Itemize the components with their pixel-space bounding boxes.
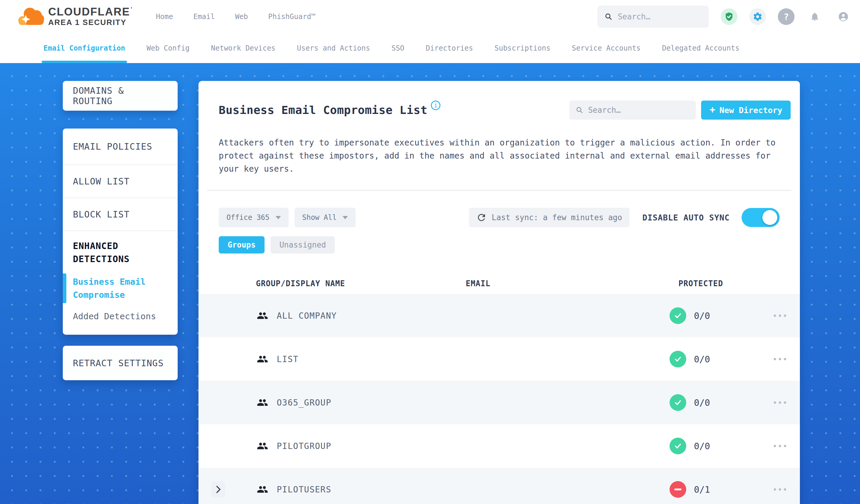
table-header: GROUP/DISPLAY NAME EMAIL PROTECTED [199, 273, 800, 294]
protected-count: 0/1 [694, 484, 710, 495]
tab-sso[interactable]: SSO [391, 33, 404, 63]
gear-icon [752, 12, 763, 22]
list-search-input[interactable] [588, 106, 689, 115]
tab-network-devices[interactable]: Network Devices [211, 33, 275, 63]
group-name: PILOTUSERS [277, 485, 331, 494]
show-filter-dropdown[interactable]: Show All [295, 208, 356, 227]
global-search-input[interactable] [618, 12, 702, 21]
divider [207, 190, 791, 191]
account-button[interactable] [835, 8, 852, 25]
notifications-button[interactable] [806, 8, 823, 25]
sidebar-item-block-list[interactable]: BLOCK LIST [63, 198, 178, 231]
tab-groups[interactable]: Groups [219, 236, 264, 254]
group-icon [256, 397, 269, 408]
table-row: LIST 0/0 [199, 337, 800, 381]
check-icon [674, 355, 682, 363]
new-directory-button[interactable]: + New Directory [701, 101, 791, 120]
top-bar: CLOUDFLARE ’ AREA 1 SECURITY Home Email … [0, 0, 860, 33]
user-icon [838, 12, 848, 22]
sidebar-item-email-policies[interactable]: EMAIL POLICIES [63, 129, 178, 164]
row-menu-button[interactable] [771, 401, 800, 404]
last-sync-text: Last sync: a few minutes ago [491, 213, 622, 222]
toggle-knob [762, 210, 777, 225]
auto-sync-toggle[interactable] [742, 208, 780, 227]
tab-web-config[interactable]: Web Config [147, 33, 190, 63]
tab-delegated-accounts[interactable]: Delegated Accounts [662, 33, 740, 63]
brand-name: CLOUDFLARE [48, 6, 130, 17]
chevron-down-icon [275, 216, 281, 219]
global-search[interactable] [598, 6, 709, 28]
cloudflare-logo: CLOUDFLARE ’ AREA 1 SECURITY [15, 5, 133, 28]
brand-trademark: ’ [131, 6, 133, 17]
search-icon [576, 106, 583, 114]
column-header-protected: PROTECTED [667, 279, 771, 288]
topnav-phishguard[interactable]: PhishGuard™ [268, 13, 315, 21]
protected-badge [670, 351, 686, 368]
protected-badge [670, 307, 686, 324]
table-row: PILOTUSERS 0/1 [199, 468, 800, 504]
plus-icon: + [710, 105, 715, 114]
column-header-name: GROUP/DISPLAY NAME [253, 279, 466, 288]
group-name: LIST [277, 354, 299, 364]
security-status-button[interactable] [721, 8, 737, 25]
protected-count: 0/0 [694, 311, 710, 321]
sidebar-item-added-detections[interactable]: Added Detections [73, 310, 168, 323]
bell-icon [810, 12, 820, 22]
tab-users-and-actions[interactable]: Users and Actions [297, 33, 370, 63]
tab-email-configuration[interactable]: Email Configuration [43, 33, 125, 63]
sidebar-item-domains-routing[interactable]: DOMAINS & ROUTING [63, 81, 178, 111]
sidebar-item-retract-settings[interactable]: RETRACT SETTINGS [63, 346, 178, 380]
brand-subname: AREA 1 SECURITY [48, 17, 133, 27]
list-search[interactable] [569, 101, 696, 120]
row-menu-button[interactable] [771, 315, 800, 317]
directory-dropdown[interactable]: Office 365 [219, 208, 289, 227]
topnav-home[interactable]: Home [156, 13, 173, 21]
check-icon [674, 398, 682, 407]
group-name: ALL COMPANY [277, 311, 337, 321]
sidebar-item-enhanced-detections[interactable]: ENHANCED DETECTIONS [73, 240, 111, 266]
settings-button[interactable] [749, 8, 766, 25]
minus-icon [674, 489, 682, 490]
sidebar-section-enhanced-detections: ENHANCED DETECTIONS Business Email Compr… [63, 231, 178, 323]
tab-service-accounts[interactable]: Service Accounts [572, 33, 641, 63]
ellipsis-icon [774, 358, 776, 360]
page-description: Attackers often try to impersonate execu… [219, 136, 780, 175]
row-menu-button[interactable] [771, 358, 800, 360]
sidebar-item-allow-list[interactable]: ALLOW LIST [63, 164, 178, 198]
last-sync-button[interactable]: Last sync: a few minutes ago [469, 208, 629, 227]
protected-count: 0/0 [694, 441, 710, 451]
check-icon [674, 312, 682, 320]
table-row: PILOTGROUP 0/0 [199, 424, 800, 468]
sidebar-email-policies-card: EMAIL POLICIES ALLOW LIST BLOCK LIST ENH… [63, 129, 178, 335]
group-name: PILOTGROUP [277, 441, 331, 451]
refresh-icon [476, 212, 487, 223]
groups-table: GROUP/DISPLAY NAME EMAIL PROTECTED ALL C… [199, 273, 800, 504]
check-icon [674, 442, 682, 450]
tab-unassigned[interactable]: Unassigned [271, 236, 335, 254]
table-row: ALL COMPANY 0/0 [199, 294, 800, 337]
info-icon[interactable]: i [431, 101, 441, 110]
search-icon [605, 12, 613, 21]
row-menu-button[interactable] [771, 445, 800, 447]
tab-subscriptions[interactable]: Subscriptions [494, 33, 550, 63]
ellipsis-icon [774, 401, 776, 404]
question-icon: ? [784, 12, 789, 22]
topnav-email[interactable]: Email [194, 13, 215, 21]
group-name: O365_GROUP [277, 398, 331, 408]
section-navigation: Email Configuration Web Config Network D… [0, 33, 860, 63]
protected-badge [670, 394, 686, 411]
expand-row-button[interactable] [211, 481, 225, 498]
auto-sync-label: DISABLE AUTO SYNC [643, 213, 730, 222]
chevron-down-icon [343, 216, 348, 219]
ellipsis-icon [774, 315, 776, 317]
help-button[interactable]: ? [778, 8, 794, 25]
chevron-right-icon [216, 486, 221, 493]
topnav-web[interactable]: Web [235, 13, 248, 21]
main-panel: Business Email Compromise List i + New D… [199, 81, 800, 504]
sidebar-item-business-email-compromise[interactable]: Business Email Compromise [63, 273, 178, 303]
page-title: Business Email Compromise List [219, 103, 427, 117]
table-row: O365_GROUP 0/0 [199, 381, 800, 424]
group-icon [256, 354, 269, 365]
tab-directories[interactable]: Directories [426, 33, 473, 63]
row-menu-button[interactable] [771, 488, 800, 491]
